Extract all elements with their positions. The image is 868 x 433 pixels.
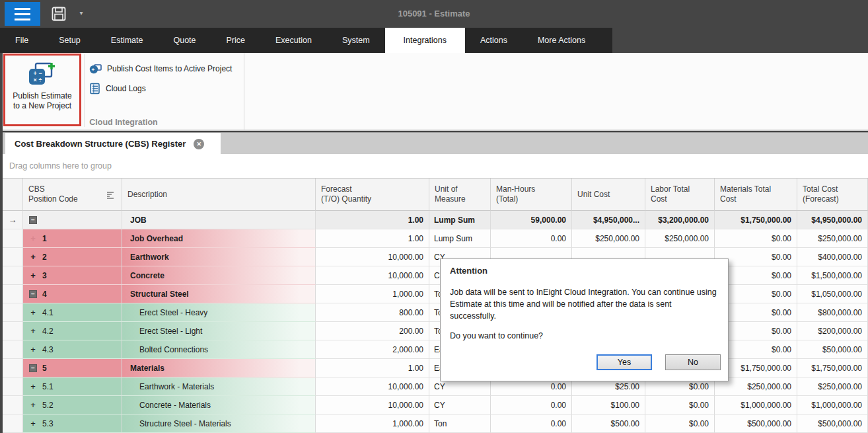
cell-code[interactable]: +3 <box>23 266 122 285</box>
cell-forecast[interactable]: 1.00 <box>316 229 429 248</box>
cell-desc[interactable]: Concrete - Materials <box>122 396 316 414</box>
menu-item-more-actions[interactable]: More Actions <box>523 28 600 53</box>
cell-total[interactable]: $1,000,000.00 <box>797 396 868 414</box>
cell-total[interactable]: $1,750,000.00 <box>797 359 868 377</box>
menu-item-price[interactable]: Price <box>211 28 260 53</box>
table-row[interactable]: +4.1Erect Steel - Heavy800.00Ton$0.00$80… <box>3 303 868 322</box>
cell-code[interactable]: +1 <box>23 229 122 248</box>
cell-desc[interactable]: Erect Steel - Light <box>122 322 316 340</box>
cell-total[interactable]: $4,950,000.00 <box>797 211 868 229</box>
cell-manhours[interactable]: 0.00 <box>491 229 572 248</box>
cell-manhours[interactable]: 0.00 <box>491 396 572 414</box>
expand-icon[interactable]: + <box>29 307 37 317</box>
table-row[interactable]: +4.3Bolted Connections2,000.00Each$0.00$… <box>3 340 868 359</box>
cell-materials[interactable]: $1,750,000.00 <box>715 211 797 229</box>
cell-total[interactable]: $400,000.00 <box>797 248 868 266</box>
cell-code[interactable]: −5 <box>23 359 122 377</box>
group-by-bar[interactable]: Drag columns here to group <box>3 154 868 178</box>
cell-unitcost[interactable]: $500.00 <box>572 414 645 433</box>
cell-code[interactable]: +5.2 <box>23 396 122 414</box>
column-header-uom[interactable]: Unit ofMeasure <box>429 178 491 211</box>
table-row[interactable]: +2Earthwork10,000.00CY$0.00$400,000.00 <box>3 248 868 266</box>
expand-icon[interactable]: + <box>29 270 37 280</box>
cell-gutter[interactable] <box>3 229 23 248</box>
cell-total[interactable]: $250,000.00 <box>797 229 868 248</box>
cell-uom[interactable]: Ton <box>429 414 491 433</box>
expand-icon[interactable]: + <box>29 326 37 336</box>
quick-access-dropdown[interactable]: ▾ <box>76 7 87 20</box>
cell-forecast[interactable]: 2,000.00 <box>316 340 429 359</box>
cell-desc[interactable]: Job Overhead <box>122 229 316 248</box>
collapse-icon[interactable]: − <box>29 216 37 224</box>
publish-estimate-button[interactable]: + − × ÷ Publish Estimate to a New Projec… <box>3 54 81 126</box>
cell-total[interactable]: $1,050,000.00 <box>797 285 868 303</box>
expand-icon[interactable]: + <box>29 381 37 391</box>
cell-unitcost[interactable]: $100.00 <box>572 396 645 414</box>
table-row[interactable]: +5.1Earthwork - Materials10,000.00CY0.00… <box>3 377 868 396</box>
cell-uom[interactable]: Lump Sum <box>429 229 491 248</box>
table-row[interactable]: −4Structural Steel1,000.00Ton$0.00$1,050… <box>3 285 868 303</box>
cell-code[interactable]: −4 <box>23 285 122 303</box>
column-header-manhours[interactable]: Man-Hours(Total) <box>491 178 572 211</box>
cell-uom[interactable]: CY <box>429 396 491 414</box>
hamburger-menu-button[interactable] <box>5 2 40 26</box>
expand-icon[interactable]: + <box>29 418 37 428</box>
expand-icon[interactable]: + <box>29 344 37 354</box>
cell-forecast[interactable]: 10,000.00 <box>316 248 429 266</box>
cell-code[interactable]: +4.2 <box>23 322 122 340</box>
table-row[interactable]: →−JOB1.00Lump Sum59,000.00$4,950,000...$… <box>3 211 868 229</box>
cell-forecast[interactable]: 800.00 <box>316 303 429 322</box>
cell-gutter[interactable] <box>3 266 23 285</box>
table-row[interactable]: −5Materials1.00Each$1,750,000.00$1,750,0… <box>3 359 868 377</box>
cell-code[interactable]: +5.3 <box>23 414 122 433</box>
cell-materials[interactable]: $500,000.00 <box>715 414 797 433</box>
cell-forecast[interactable]: 10,000.00 <box>316 266 429 285</box>
cell-gutter[interactable] <box>3 303 23 322</box>
cell-desc[interactable]: Concrete <box>122 266 316 285</box>
cell-forecast[interactable]: 10,000.00 <box>316 396 429 414</box>
column-header-unitcost[interactable]: Unit Cost <box>572 178 645 211</box>
cell-desc[interactable]: Earthwork <box>122 248 316 266</box>
cell-desc[interactable]: Structural Steel <box>122 285 316 303</box>
cell-total[interactable]: $250,000.00 <box>797 377 868 396</box>
tab-close-icon[interactable]: ✕ <box>194 139 204 149</box>
column-header-labor[interactable]: Labor TotalCost <box>645 178 715 211</box>
column-header-code[interactable]: CBSPosition Code <box>23 178 122 211</box>
table-row[interactable]: +1Job Overhead1.00Lump Sum0.00$250,000.0… <box>3 229 868 248</box>
cell-total[interactable]: $1,500,000.00 <box>797 266 868 285</box>
cell-code[interactable]: +4.1 <box>23 303 122 322</box>
cell-code[interactable]: +5.1 <box>23 377 122 396</box>
expand-icon[interactable]: + <box>29 400 37 410</box>
column-header-total[interactable]: Total Cost(Forecast) <box>797 178 868 211</box>
cell-desc[interactable]: Structure Steel - Materials <box>122 414 316 433</box>
tab-cbs-register[interactable]: Cost Breakdown Structure (CBS) Register … <box>5 133 221 155</box>
cell-labor[interactable]: $0.00 <box>645 414 715 433</box>
menu-item-execution[interactable]: Execution <box>260 28 327 53</box>
cell-labor[interactable]: $250,000.00 <box>645 229 715 248</box>
cell-unitcost[interactable]: $250,000.00 <box>572 229 645 248</box>
cell-forecast[interactable]: 200.00 <box>316 322 429 340</box>
column-header-forecast[interactable]: Forecast(T/O) Quantity <box>316 178 429 211</box>
table-row[interactable]: +3Concrete10,000.00CY$0.00$1,500,000.00 <box>3 266 868 285</box>
cell-labor[interactable]: $0.00 <box>645 396 715 414</box>
cell-gutter[interactable] <box>3 359 23 377</box>
cell-materials[interactable]: $1,000,000.00 <box>715 396 797 414</box>
expand-icon[interactable]: + <box>29 233 37 243</box>
cell-materials[interactable]: $0.00 <box>715 229 797 248</box>
cell-forecast[interactable]: 1,000.00 <box>316 285 429 303</box>
cell-code[interactable]: − <box>23 211 122 229</box>
menu-item-setup[interactable]: Setup <box>44 28 96 53</box>
cell-desc[interactable]: JOB <box>122 211 316 229</box>
cell-desc[interactable]: Earthwork - Materials <box>122 377 316 396</box>
cell-desc[interactable]: Materials <box>122 359 316 377</box>
menu-item-integrations[interactable]: Integrations <box>385 28 465 53</box>
column-header-desc[interactable]: Description <box>122 178 316 211</box>
column-header-materials[interactable]: Materials TotalCost <box>715 178 797 211</box>
cell-gutter[interactable] <box>3 396 23 414</box>
menu-item-file[interactable]: File <box>0 28 44 53</box>
menu-item-estimate[interactable]: Estimate <box>96 28 159 53</box>
cell-forecast[interactable]: 1.00 <box>316 211 429 229</box>
cell-unitcost[interactable]: $4,950,000... <box>572 211 645 229</box>
cell-gutter[interactable] <box>3 322 23 340</box>
collapse-icon[interactable]: − <box>29 364 37 372</box>
